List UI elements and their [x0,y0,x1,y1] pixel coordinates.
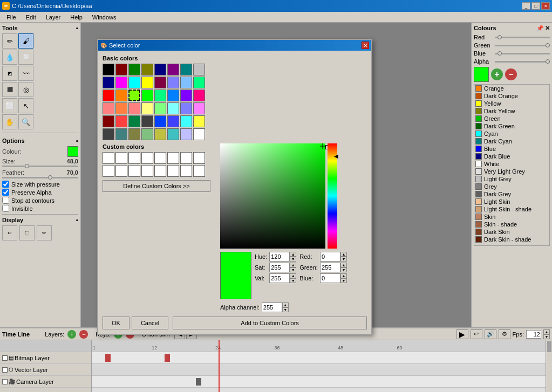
color-pick-tool[interactable]: ◎ [18,82,33,97]
custom-color-0[interactable] [103,152,114,164]
green-channel-slider[interactable] [495,42,550,49]
custom-color-3[interactable] [141,152,153,164]
basic-color-28[interactable] [154,102,166,114]
basic-color-2[interactable] [128,64,140,75]
basic-color-0[interactable] [103,64,114,75]
basic-color-41[interactable] [115,128,127,140]
color-list-item-17[interactable]: Skin [474,213,549,221]
basic-color-26[interactable] [128,102,140,114]
toolbar-collapse[interactable]: ▪ [76,25,78,31]
basic-color-47[interactable] [193,128,205,140]
ok-button[interactable]: OK [103,317,130,329]
red-up[interactable]: ▲ [340,252,347,257]
colors-panel-pin[interactable]: 📌 [536,25,544,32]
basic-color-43[interactable] [141,128,153,140]
sat-up[interactable]: ▲ [290,263,296,267]
green-up[interactable]: ▲ [340,263,347,267]
fps-down[interactable]: ▼ [543,334,550,339]
move-tool[interactable]: ✋ [2,114,17,129]
select-rect-tool[interactable]: ⬜ [2,98,17,113]
timeline-scroll-thumb[interactable] [547,341,551,352]
cancel-button[interactable]: Cancel [132,317,168,329]
color-list-item-4[interactable]: Green [474,115,549,122]
color-list-item-18[interactable]: Skin - shade [474,221,549,228]
custom-color-14[interactable] [180,165,192,177]
color-list-item-3[interactable]: Dark Yellow [474,107,549,115]
track-row-vector[interactable] [92,364,546,376]
blue-up[interactable]: ▲ [340,273,347,278]
eyedropper-tool[interactable]: 💧 [2,50,17,65]
hue-down[interactable]: ▼ [290,257,296,262]
add-to-custom-button[interactable]: Add to Custom Colors [173,317,367,329]
layer-vis-1[interactable] [2,355,8,361]
basic-color-42[interactable] [128,128,140,140]
display-btn-2[interactable]: ⬚ [19,225,35,240]
stop-contours-checkbox[interactable] [2,197,9,204]
maximize-button[interactable]: □ [531,2,540,10]
display-collapse[interactable]: ▪ [76,217,78,223]
feather-slider[interactable] [2,177,78,178]
audio-button[interactable]: 🔊 [485,329,496,339]
basic-color-45[interactable] [167,128,179,140]
custom-color-2[interactable] [128,152,140,164]
minimize-button[interactable]: _ [522,2,530,10]
custom-color-6[interactable] [180,152,192,164]
sat-input[interactable]: 255 [269,263,290,272]
color-list-item-15[interactable]: Light Skin [474,198,549,205]
basic-color-32[interactable] [103,115,114,127]
remove-color-button[interactable]: − [505,68,517,80]
menu-windows[interactable]: Windows [88,13,121,22]
basic-color-6[interactable] [180,64,192,75]
settings-button[interactable]: ⚙ [499,329,510,339]
color-list-item-8[interactable]: Blue [474,145,549,153]
fill-tool[interactable]: ⬛ [2,82,17,97]
basic-color-14[interactable] [180,77,192,88]
layer-vis-2[interactable] [2,367,8,373]
color-list-item-0[interactable]: Orange [474,85,549,92]
options-collapse[interactable]: ▪ [76,137,78,144]
basic-color-25[interactable] [115,102,127,114]
blue-channel-slider[interactable] [495,50,550,57]
basic-color-21[interactable] [167,90,179,101]
basic-color-39[interactable] [193,115,205,127]
size-pressure-checkbox[interactable] [2,181,9,188]
vector-layer-row[interactable]: ⬡ Vector Layer [0,364,91,376]
basic-color-30[interactable] [180,102,192,114]
smudge-tool[interactable]: 〰 [18,66,33,81]
track-row-camera[interactable] [92,376,546,388]
colour-swatch[interactable] [67,146,78,157]
add-color-button[interactable]: + [491,68,503,80]
basic-color-23[interactable] [193,90,205,101]
menu-layer[interactable]: Layer [42,13,65,22]
alpha-down[interactable]: ▼ [282,307,289,312]
basic-color-19[interactable] [141,90,153,101]
val-down[interactable]: ▼ [290,278,296,283]
pencil-tool[interactable]: ✏ [2,33,17,49]
basic-color-18[interactable] [128,90,140,101]
val-up[interactable]: ▲ [290,273,296,278]
basic-color-7[interactable] [193,64,205,75]
basic-color-1[interactable] [115,64,127,75]
color-list-item-19[interactable]: Dark Skin [474,228,549,236]
stamp-tool[interactable]: ◩ [2,66,17,81]
basic-color-40[interactable] [103,128,114,140]
bitmap-layer-row[interactable]: ▤ Bitmap Layer [0,352,91,364]
basic-color-31[interactable] [193,102,205,114]
basic-color-4[interactable] [154,64,166,75]
custom-color-11[interactable] [141,165,153,177]
basic-color-10[interactable] [128,77,140,88]
brush-tool[interactable]: 🖌 [18,33,33,49]
sat-down[interactable]: ▼ [290,267,296,272]
eraser-tool[interactable]: ⬜ [18,50,33,65]
alpha-channel-slider[interactable] [495,58,550,65]
red-input[interactable]: 0 [320,252,340,262]
play-button[interactable]: ▶ [456,329,468,339]
layer-vis-3[interactable] [2,379,8,384]
basic-color-37[interactable] [167,115,179,127]
custom-color-8[interactable] [103,165,114,177]
color-list-item-13[interactable]: Grey [474,183,549,190]
blue-down[interactable]: ▼ [340,278,347,283]
color-list-item-20[interactable]: Dark Skin - shade [474,236,549,243]
custom-color-13[interactable] [167,165,179,177]
color-list-item-12[interactable]: Light Grey [474,175,549,183]
